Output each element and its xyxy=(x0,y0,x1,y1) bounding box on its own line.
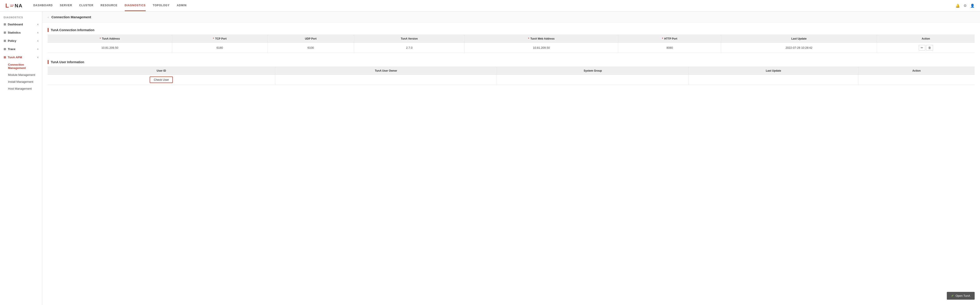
dashboard-chevron: ∧ xyxy=(37,23,38,25)
cell-tcp-port: 6180 xyxy=(172,43,267,53)
sidebar-section-trace: ⊞ Trace ∧ xyxy=(0,45,42,53)
cell-last-update: 2022-07-28 10:28:42 xyxy=(721,43,877,53)
tuna-connection-thead: * TunA Address * TCP Port UDP Port TunA … xyxy=(48,35,975,43)
col-tuna-user-owner: TunA User Owner xyxy=(275,67,497,75)
nav-resource[interactable]: RESOURCE xyxy=(100,0,118,11)
col-last-update-user: Last Update xyxy=(689,67,858,75)
tuna-user-table: User ID TunA User Owner System Group Las… xyxy=(48,67,975,85)
col-system-group: System Group xyxy=(497,67,689,75)
sidebar-section-tuna-apm: ⊞ TunA APM ∨ Connection Management Modul… xyxy=(0,54,42,92)
sidebar-item-statistics[interactable]: ⊞ Statistics ∧ xyxy=(0,29,42,36)
delete-button[interactable]: 🗑 xyxy=(926,45,933,51)
cell-http-port: 8080 xyxy=(618,43,721,53)
tuna-connection-table: * TunA Address * TCP Port UDP Port TunA … xyxy=(48,35,975,53)
col-http-port: * HTTP Port xyxy=(618,35,721,43)
open-tuna-label: Open TunA xyxy=(956,294,970,297)
sidebar-policy-label: Policy xyxy=(8,39,16,43)
tuna-connection-section: TunA Connection Information * TunA Addre… xyxy=(48,28,975,53)
sidebar-statistics-label: Statistics xyxy=(8,31,21,34)
cell-udp-port: 6100 xyxy=(267,43,354,53)
tuna-user-thead: User ID TunA User Owner System Group Las… xyxy=(48,67,975,75)
nav-cluster[interactable]: CLUSTER xyxy=(79,0,94,11)
cell-system-group xyxy=(497,75,689,85)
sidebar-trace-label: Trace xyxy=(8,47,15,51)
cell-check-user: Check User xyxy=(48,75,275,85)
table-row: Check User xyxy=(48,75,975,85)
logo-line-1 xyxy=(10,5,14,5)
tuna-connection-title-text: TunA Connection Information xyxy=(51,28,94,32)
user-icon[interactable]: 👤 xyxy=(970,3,975,8)
sidebar: DIAGNOSTICS ⊞ Dashboard ∧ ⊞ Statistics ∧ xyxy=(0,11,42,305)
logo-lines xyxy=(10,5,14,7)
content-body: TunA Connection Information * TunA Addre… xyxy=(42,23,980,98)
tuna-apm-icon: ⊞ xyxy=(3,55,6,59)
trace-chevron: ∧ xyxy=(37,48,38,50)
sidebar-item-install-management[interactable]: Install Management xyxy=(0,78,42,85)
sidebar-section-statistics: ⊞ Statistics ∧ xyxy=(0,29,42,36)
tuna-user-tbody: Check User xyxy=(48,75,975,85)
cell-tuna-address: 10.81.209.50 xyxy=(48,43,172,53)
sidebar-item-host-management[interactable]: Host Management xyxy=(0,85,42,92)
sidebar-title: DIAGNOSTICS xyxy=(0,13,42,21)
open-tuna-button[interactable]: ✔ Open TunA xyxy=(947,292,975,300)
col-tuna-web-address: * TunA Web Address xyxy=(465,35,618,43)
tuna-user-title: TunA User Information xyxy=(48,60,975,64)
col-tuna-address: * TunA Address xyxy=(48,35,172,43)
sidebar-item-connection-management[interactable]: Connection Management xyxy=(0,61,42,71)
logo-line-2 xyxy=(10,6,13,7)
main-layout: DIAGNOSTICS ⊞ Dashboard ∧ ⊞ Statistics ∧ xyxy=(0,11,980,305)
col-tcp-port: * TCP Port xyxy=(172,35,267,43)
sidebar-item-policy[interactable]: ⊞ Policy ∧ xyxy=(0,37,42,45)
check-user-button[interactable]: Check User xyxy=(150,76,173,83)
col-action: Action xyxy=(877,35,975,43)
gear-icon[interactable]: ⚙ xyxy=(964,3,967,8)
col-tuna-version: TunA Version xyxy=(354,35,465,43)
edit-button[interactable]: ✏ xyxy=(919,45,925,51)
cell-action-user xyxy=(858,75,975,85)
statistics-chevron: ∧ xyxy=(37,32,38,34)
policy-icon: ⊞ xyxy=(3,39,6,43)
col-udp-port: UDP Port xyxy=(267,35,354,43)
sidebar-section-dashboard: ⊞ Dashboard ∧ xyxy=(0,21,42,28)
table-row: 10.81.209.50 6180 6100 2.7.0 10.81.209.5… xyxy=(48,43,975,53)
section-title-bar xyxy=(48,28,49,32)
nav-dashboard[interactable]: DASHBOARD xyxy=(33,0,53,11)
collapse-sidebar-icon[interactable]: ‹ xyxy=(48,15,49,19)
sidebar-section-policy: ⊞ Policy ∧ xyxy=(0,37,42,45)
nav-server[interactable]: SERVER xyxy=(60,0,72,11)
col-user-id: User ID xyxy=(48,67,275,75)
sidebar-item-trace[interactable]: ⊞ Trace ∧ xyxy=(0,45,42,53)
cell-last-update-user xyxy=(689,75,858,85)
tuna-user-header-row: User ID TunA User Owner System Group Las… xyxy=(48,67,975,75)
sidebar-item-module-management[interactable]: Module Management xyxy=(0,71,42,78)
cell-action: ✏ 🗑 xyxy=(877,43,975,53)
logo-text: NA xyxy=(15,3,23,9)
logo-letter-l: L xyxy=(5,2,10,9)
dashboard-icon: ⊞ xyxy=(3,23,6,26)
tuna-user-section: TunA User Information User ID TunA User … xyxy=(48,60,975,85)
tuna-connection-tbody: 10.81.209.50 6180 6100 2.7.0 10.81.209.5… xyxy=(48,43,975,53)
top-nav: L NA DASHBOARD SERVER CLUSTER RESOURCE D… xyxy=(0,0,980,11)
bell-icon[interactable]: 🔔 xyxy=(956,3,960,8)
section-title-bar-2 xyxy=(48,60,49,64)
nav-topology[interactable]: TOPOLOGY xyxy=(153,0,170,11)
sidebar-item-tuna-apm[interactable]: ⊞ TunA APM ∨ xyxy=(0,54,42,61)
nav-diagnostics[interactable]: DIAGNOSTICS xyxy=(125,0,146,11)
sidebar-item-dashboard[interactable]: ⊞ Dashboard ∧ xyxy=(0,21,42,28)
sidebar-tuna-apm-label: TunA APM xyxy=(8,55,22,59)
sidebar-dashboard-label: Dashboard xyxy=(8,23,23,26)
tuna-apm-chevron: ∨ xyxy=(37,56,38,58)
policy-chevron: ∧ xyxy=(37,40,38,42)
nav-icons: 🔔 ⚙ 👤 xyxy=(956,3,975,8)
col-last-update: Last Update xyxy=(721,35,877,43)
statistics-icon: ⊞ xyxy=(3,31,6,34)
check-icon: ✔ xyxy=(951,294,954,297)
main-content: ‹ Connection Management TunA Connection … xyxy=(42,11,980,305)
content-header: ‹ Connection Management xyxy=(42,11,980,23)
tuna-connection-title: TunA Connection Information xyxy=(48,28,975,32)
nav-admin[interactable]: ADMIN xyxy=(177,0,187,11)
cell-tuna-web-address: 10.81.209.50 xyxy=(465,43,618,53)
action-buttons: ✏ 🗑 xyxy=(880,45,971,51)
nav-items: DASHBOARD SERVER CLUSTER RESOURCE DIAGNO… xyxy=(33,0,956,11)
logo: L NA xyxy=(5,2,23,9)
